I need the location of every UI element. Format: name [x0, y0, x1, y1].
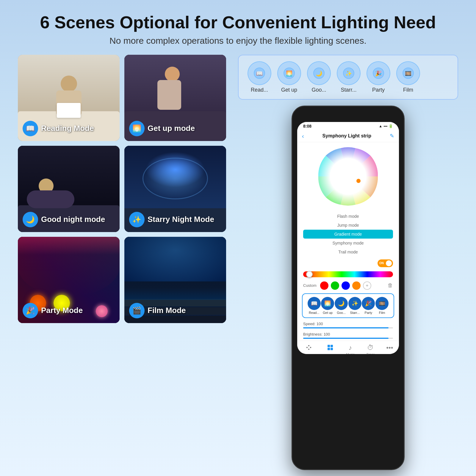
- app-scene-good[interactable]: 🌙 Goo...: [335, 297, 348, 314]
- color-slider-area: [297, 269, 399, 280]
- app-scene-row: 📖 Read... 🌅 Get up 🌙 Goo...: [302, 293, 394, 318]
- signal-icon: ▪▪▪: [383, 124, 387, 128]
- nav-title: Symphony Light strip: [322, 133, 371, 139]
- svg-rect-23: [331, 348, 333, 350]
- top-icon-getup-label: Get up: [281, 87, 297, 93]
- color-green[interactable]: [331, 281, 339, 290]
- app-party-icon[interactable]: 🎉: [362, 297, 375, 310]
- power-toggle[interactable]: ON: [378, 259, 393, 267]
- mode-flash[interactable]: Flash mode: [303, 212, 393, 221]
- app-scene-film[interactable]: 🎞️ Film: [375, 297, 389, 314]
- app-scene-party[interactable]: 🎉 Party: [362, 297, 375, 314]
- delete-color-button[interactable]: 🗑: [388, 282, 393, 289]
- color-slider-thumb[interactable]: [306, 271, 313, 278]
- app-film-icon[interactable]: 🎞️: [375, 297, 389, 310]
- app-getup-icon[interactable]: 🌅: [321, 297, 334, 310]
- scene-card-getup[interactable]: 🌅 Get up mode: [124, 55, 226, 141]
- color-orange[interactable]: [352, 281, 361, 290]
- app-starr-label: Starr...: [350, 311, 360, 314]
- scene-card-film[interactable]: 🎬 Film Mode: [124, 237, 226, 323]
- svg-text:🌅: 🌅: [286, 70, 293, 77]
- color-blue[interactable]: [342, 281, 350, 290]
- svg-rect-19: [308, 349, 309, 350]
- more-icon: •••: [386, 344, 393, 352]
- nav-more[interactable]: ••• ...: [386, 344, 393, 354]
- header-section: 6 Scenes Optional for Convenient Lightin…: [40, 12, 436, 46]
- top-icon-party-label: Party: [372, 87, 385, 93]
- phone-mockup: 8:08 ▲ ▪▪▪ 🔋 ‹ Symphony Light strip ✎: [292, 106, 405, 470]
- color-wheel-area: [297, 142, 399, 211]
- svg-rect-22: [328, 348, 330, 350]
- scene-card-starry[interactable]: ✨ Starry Night Mode: [124, 146, 226, 232]
- nav-dimmer-label: Dimmer: [303, 354, 315, 354]
- scene-card-reading[interactable]: 📖 Reading Mode: [18, 55, 120, 141]
- starry-mode-label: Starry Night Mode: [148, 215, 214, 224]
- top-icon-film[interactable]: 🎞️ Film: [396, 61, 420, 93]
- scene-label-reading: 📖 Reading Mode: [23, 121, 94, 136]
- nav-dimmer[interactable]: Dimmer: [303, 344, 315, 354]
- goodnight-icon: 🌙: [23, 212, 38, 227]
- getup-icon-btn[interactable]: 🌅: [277, 61, 301, 85]
- scene-label-goodnight: 🌙 Good night mode: [23, 212, 105, 227]
- phone-bottom-nav: Dimmer Mode ♪ Music: [297, 341, 399, 354]
- speed-slider-fill: [303, 327, 389, 328]
- speed-slider[interactable]: [303, 327, 393, 328]
- mode-symphony[interactable]: Symphony mode: [303, 239, 393, 248]
- rainbow-slider[interactable]: [303, 271, 393, 277]
- svg-text:🌙: 🌙: [316, 70, 322, 77]
- starry-icon: ✨: [129, 212, 145, 227]
- read-icon-btn[interactable]: 📖: [248, 61, 271, 85]
- page-title: 6 Scenes Optional for Convenient Lightin…: [40, 12, 436, 33]
- add-color-button[interactable]: +: [363, 281, 371, 290]
- top-icon-good[interactable]: 🌙 Goo...: [307, 61, 331, 93]
- app-starr-icon[interactable]: ✨: [348, 297, 361, 310]
- music-icon: ♪: [349, 344, 352, 352]
- getup-mode-label: Get up mode: [148, 124, 195, 133]
- top-icon-party[interactable]: 🎉 Party: [367, 61, 390, 93]
- top-icon-read[interactable]: 📖 Read...: [248, 61, 271, 93]
- mode-list: Flash mode Jump mode Gradient mode Symph…: [297, 211, 399, 258]
- edit-button[interactable]: ✎: [390, 133, 394, 139]
- app-scene-read[interactable]: 📖 Read...: [308, 297, 321, 314]
- app-good-icon[interactable]: 🌙: [335, 297, 348, 310]
- color-wheel-svg[interactable]: [317, 145, 379, 208]
- app-party-label: Party: [365, 311, 372, 314]
- scene-card-goodnight[interactable]: 🌙 Good night mode: [18, 146, 120, 232]
- mode-jump[interactable]: Jump mode: [303, 221, 393, 230]
- scene-card-party[interactable]: 🎉 Party Mode: [18, 237, 120, 323]
- svg-point-14: [330, 159, 366, 194]
- brightness-slider-fill: [303, 338, 389, 339]
- app-read-icon[interactable]: 📖: [308, 297, 321, 310]
- scene-label-getup: 🌅 Get up mode: [129, 121, 195, 136]
- starr-icon-btn[interactable]: ✨: [337, 61, 361, 85]
- svg-rect-17: [308, 345, 309, 346]
- brightness-slider[interactable]: [303, 338, 393, 339]
- good-icon-btn[interactable]: 🌙: [307, 61, 331, 85]
- film-icon-btn[interactable]: 🎞️: [396, 61, 420, 85]
- phone-status-bar: 8:08 ▲ ▪▪▪ 🔋: [297, 122, 399, 130]
- color-red[interactable]: [320, 281, 328, 290]
- nav-music[interactable]: ♪ Music: [346, 344, 355, 354]
- nav-music-label: Music: [346, 353, 355, 354]
- top-icon-getup[interactable]: 🌅 Get up: [277, 61, 301, 93]
- brightness-control: Brightness: 100: [297, 330, 399, 341]
- reading-icon: 📖: [23, 121, 38, 136]
- phone-nav-bar: ‹ Symphony Light strip ✎: [297, 130, 399, 142]
- nav-mode-label: Mode: [326, 354, 334, 354]
- scene-label-party: 🎉 Party Mode: [23, 303, 83, 318]
- mode-trail[interactable]: Trail mode: [303, 248, 393, 256]
- party-icon: 🎉: [23, 303, 38, 318]
- party-icon-btn[interactable]: 🎉: [367, 61, 390, 85]
- top-icon-starr[interactable]: ✨ Starr...: [337, 61, 361, 93]
- nav-mode[interactable]: Mode: [326, 344, 334, 354]
- party-mode-label: Party Mode: [41, 306, 83, 315]
- speed-label: Speed: 100: [303, 322, 393, 326]
- app-scene-starr[interactable]: ✨ Starr...: [348, 297, 361, 314]
- app-scene-getup[interactable]: 🌅 Get up: [321, 297, 334, 314]
- back-button[interactable]: ‹: [302, 133, 304, 140]
- speed-control: Speed: 100: [297, 320, 399, 330]
- nav-more-label: ...: [388, 353, 391, 354]
- nav-timer[interactable]: ⏱ Timer: [366, 344, 375, 354]
- mode-gradient[interactable]: Gradient mode: [303, 230, 393, 239]
- wifi-icon: ▲: [379, 124, 382, 128]
